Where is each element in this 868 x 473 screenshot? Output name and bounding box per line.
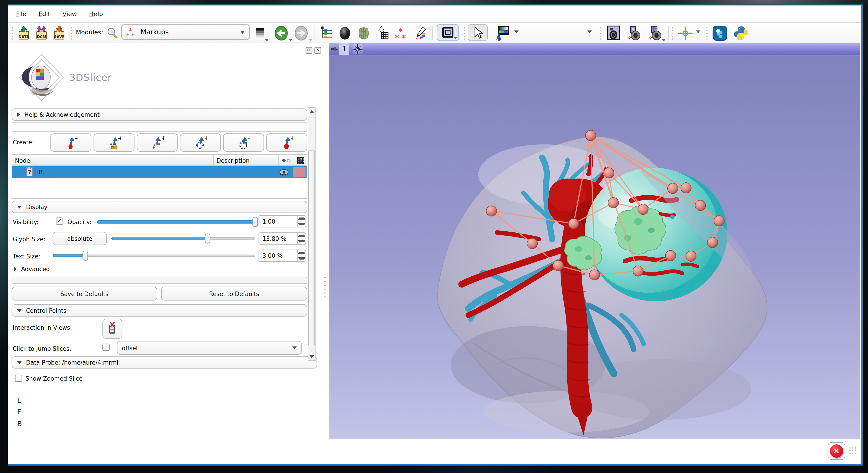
create-point-list-button[interactable]: +: [51, 133, 91, 152]
scrollbar-thumb[interactable]: [308, 151, 315, 345]
column-color[interactable]: [293, 155, 307, 165]
toolbar-drag-handle[interactable]: [706, 27, 708, 40]
glyph-size-slider[interactable]: [111, 233, 255, 244]
display-section-header[interactable]: Display: [11, 201, 307, 213]
markups-place-button[interactable]: [394, 25, 409, 40]
dicom-button[interactable]: DCM: [34, 25, 49, 40]
close-view-button[interactable]: ✕: [828, 442, 845, 460]
chevron-down-icon[interactable]: [696, 30, 701, 33]
text-size-spinbox[interactable]: 3.00 %: [258, 250, 306, 262]
jump-slices-checkbox[interactable]: [102, 344, 110, 351]
undo-button[interactable]: [273, 25, 289, 40]
menu-view[interactable]: View: [60, 9, 79, 19]
resize-grip[interactable]: [848, 446, 857, 455]
view-crosshair-icon[interactable]: [353, 44, 363, 54]
scene-view-save-button[interactable]: [625, 25, 643, 40]
toolbar-drag-handle[interactable]: [672, 27, 674, 40]
save-button[interactable]: SAVE: [52, 25, 67, 40]
panel-scrollbar[interactable]: [308, 107, 316, 361]
control-point-sphere[interactable]: [633, 266, 643, 276]
create-open-curve-button[interactable]: +: [137, 133, 178, 152]
control-point-sphere[interactable]: [686, 251, 696, 261]
node-row-selected[interactable]: ? B: [12, 166, 307, 178]
redo-button[interactable]: [293, 25, 309, 40]
menu-help[interactable]: Help: [87, 9, 105, 19]
text-size-slider[interactable]: [53, 251, 255, 261]
slider-handle[interactable]: [252, 217, 258, 227]
create-fiducial-button[interactable]: +: [266, 133, 307, 152]
control-point-sphere[interactable]: [665, 250, 676, 261]
place-mode-dropdown[interactable]: [587, 30, 592, 33]
scroll-up-button[interactable]: [308, 108, 315, 115]
spin-arrows[interactable]: [297, 216, 306, 227]
control-point-sphere[interactable]: [553, 260, 563, 271]
threed-scene[interactable]: [330, 56, 860, 441]
subject-hierarchy-button[interactable]: [318, 25, 334, 40]
control-point-sphere[interactable]: [585, 130, 596, 141]
create-line-button[interactable]: +: [93, 133, 134, 152]
save-to-defaults-button[interactable]: Save to Defaults: [11, 287, 157, 301]
control-point-sphere[interactable]: [603, 168, 614, 178]
threed-viewport[interactable]: 1: [330, 43, 860, 441]
scroll-down-button[interactable]: [308, 353, 315, 360]
toolbar-drag-handle[interactable]: [11, 27, 14, 40]
control-point-sphere[interactable]: [486, 206, 497, 216]
glyph-scale-mode-button[interactable]: absolute: [53, 232, 107, 245]
toolbar-drag-handle[interactable]: [599, 27, 602, 40]
splitter-handle[interactable]: [323, 276, 327, 300]
python-console-button[interactable]: [733, 25, 749, 40]
panel-float-button[interactable]: ⧉: [306, 47, 312, 54]
control-point-sphere[interactable]: [695, 200, 706, 211]
control-point-sphere[interactable]: [707, 237, 718, 248]
control-point-sphere[interactable]: [608, 197, 619, 208]
jump-mode-combobox[interactable]: offset: [117, 341, 302, 355]
column-visibility[interactable]: [279, 155, 293, 165]
create-closed-curve-button[interactable]: +: [180, 133, 221, 152]
control-point-sphere[interactable]: [668, 183, 678, 193]
create-roi-button[interactable]: +: [223, 133, 264, 152]
chevron-down-icon[interactable]: [515, 30, 519, 33]
volume-rendering-button[interactable]: [356, 25, 371, 40]
module-history-button[interactable]: [254, 25, 266, 40]
screenshot-button[interactable]: [605, 25, 622, 40]
node-color-swatch[interactable]: [293, 167, 306, 177]
show-zoomed-slice-checkbox[interactable]: [15, 375, 22, 382]
interaction-toggle-button[interactable]: [102, 319, 122, 339]
panel-close-button[interactable]: ✕: [314, 47, 321, 54]
visibility-eye-icon[interactable]: [279, 168, 289, 176]
advanced-section-header[interactable]: Advanced: [14, 266, 50, 272]
scene-view-restore-button[interactable]: [646, 25, 664, 40]
toolbar-drag-handle[interactable]: [463, 27, 466, 40]
view-label-tab[interactable]: 1: [339, 43, 349, 56]
control-point-sphere[interactable]: [638, 204, 648, 215]
reset-to-defaults-button[interactable]: Reset to Defaults: [161, 287, 307, 301]
fgbg-color-button[interactable]: [492, 25, 511, 40]
extensions-manager-button[interactable]: [711, 25, 728, 40]
menu-file[interactable]: File: [14, 9, 29, 19]
toolbar-drag-handle[interactable]: [70, 27, 73, 40]
layout-select-button[interactable]: [437, 25, 459, 41]
opacity-slider[interactable]: [97, 217, 255, 227]
pin-icon[interactable]: [331, 46, 339, 53]
slider-handle[interactable]: [205, 233, 210, 244]
spin-arrows[interactable]: [297, 233, 306, 244]
column-description[interactable]: Description: [214, 155, 279, 165]
crop-volume-button[interactable]: [375, 25, 390, 40]
glyph-size-spinbox[interactable]: 13.80 %: [258, 232, 306, 245]
spin-arrows[interactable]: [297, 250, 306, 261]
visibility-checkbox[interactable]: ✓: [56, 218, 63, 225]
data-probe-section-header[interactable]: Data Probe: /home/aure/4.mrml: [11, 356, 317, 369]
crosshair-button[interactable]: [677, 25, 693, 40]
annotations-button[interactable]: [412, 25, 428, 40]
module-search-button[interactable]: [106, 25, 119, 40]
control-point-sphere[interactable]: [527, 238, 537, 249]
load-data-button[interactable]: DATA: [16, 25, 31, 40]
modules-combobox[interactable]: Markups: [121, 25, 249, 40]
menu-edit[interactable]: Edit: [36, 9, 53, 19]
control-point-sphere[interactable]: [589, 270, 600, 280]
control-points-section-header[interactable]: Control Points: [11, 305, 307, 317]
control-point-sphere[interactable]: [714, 216, 724, 226]
control-point-sphere[interactable]: [681, 183, 691, 193]
slider-handle[interactable]: [82, 251, 88, 261]
opacity-spinbox[interactable]: 1.00: [258, 215, 306, 227]
